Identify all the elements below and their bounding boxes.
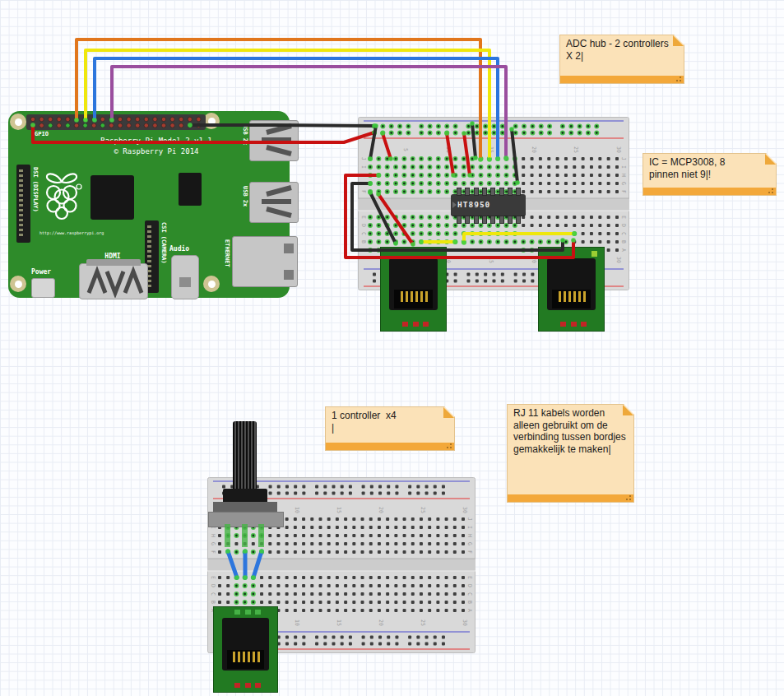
breadboard-hole <box>607 157 610 160</box>
gpio-pin[interactable] <box>83 117 87 121</box>
gpio-pin[interactable] <box>136 117 140 121</box>
breadboard-hole <box>327 550 331 554</box>
gpio-pin[interactable] <box>39 123 44 128</box>
sticky-note-adc-hub[interactable]: ADC hub - 2 controllers X 2| <box>559 35 684 84</box>
gpio-pin[interactable] <box>144 123 148 128</box>
ic-pin <box>457 216 462 224</box>
gpio-pin[interactable] <box>66 123 70 128</box>
breadboard-hole <box>453 248 457 252</box>
gpio-pin[interactable] <box>153 123 157 128</box>
breadboard-hole <box>310 550 313 554</box>
breadboard-hole <box>285 643 289 646</box>
sticky-note-rj11[interactable]: RJ 11 kabels worden alleen gebruikt om d… <box>507 404 634 503</box>
note-text[interactable]: IC = MCP3008, 8 pinnen niet 9|! <box>643 154 774 187</box>
breadboard-hole <box>582 224 585 227</box>
rj11-solder-pad <box>234 683 240 688</box>
gpio-pin[interactable] <box>92 117 96 121</box>
gpio-pin[interactable] <box>161 123 165 128</box>
gpio-pin[interactable] <box>49 117 53 121</box>
note-text[interactable]: RJ 11 kabels worden alleen gebruikt om d… <box>508 405 632 494</box>
potentiometer[interactable] <box>207 420 285 548</box>
gpio-pin[interactable] <box>83 123 87 128</box>
rj11-header-pin <box>245 610 251 615</box>
breadboard-hole <box>582 182 585 185</box>
breadboard-hole <box>361 601 364 604</box>
row-letter: C <box>210 592 216 596</box>
gpio-pin[interactable] <box>127 123 131 128</box>
gpio-pin[interactable] <box>188 117 192 121</box>
breadboard-hole <box>445 601 448 604</box>
breadboard-hole <box>226 584 230 587</box>
gpio-pin[interactable] <box>92 123 96 128</box>
breadboard-hole <box>615 157 619 160</box>
breadboard-hole <box>386 542 389 545</box>
note-text[interactable]: 1 controller x4 | <box>326 407 452 442</box>
note-resize-handle[interactable] <box>680 80 681 81</box>
breadboard-hole <box>369 609 373 612</box>
raspberry-pi-board[interactable]: GPIO Raspberry Pi Model 2 v1.1 © Raspber… <box>8 111 290 298</box>
gpio-pin[interactable] <box>197 117 201 121</box>
breadboard-hole <box>453 534 457 537</box>
breadboard-hole <box>547 224 550 227</box>
note-drag-bar[interactable] <box>326 443 454 450</box>
gpio-pin[interactable] <box>74 117 78 121</box>
gpio-pin[interactable] <box>118 117 122 121</box>
breadboard-hole <box>285 542 289 545</box>
sticky-note-controller[interactable]: 1 controller x4 | <box>325 406 455 451</box>
gpio-pins <box>26 114 206 130</box>
gpio-pin[interactable] <box>100 117 104 121</box>
gpio-pin[interactable] <box>57 123 61 128</box>
gpio-pin[interactable] <box>179 123 183 128</box>
gpio-pin[interactable] <box>161 117 165 121</box>
gpio-pin[interactable] <box>153 117 157 121</box>
rj11-breakout-2[interactable] <box>538 247 605 332</box>
breadboard-hole <box>361 584 364 587</box>
breadboard-hole <box>513 248 517 252</box>
breadboard-hole <box>344 609 347 612</box>
note-resize-handle[interactable] <box>629 499 631 500</box>
gpio-pin[interactable] <box>39 117 44 121</box>
breadboard-hole <box>344 592 347 596</box>
rj11-breakout-3[interactable] <box>213 606 278 693</box>
gpio-pin[interactable] <box>109 117 114 121</box>
breadboard-hole <box>598 174 601 177</box>
gpio-pin[interactable] <box>30 123 35 128</box>
breadboard-hole <box>453 576 457 579</box>
breadboard-hole <box>582 157 585 160</box>
potentiometer-shaft[interactable] <box>233 421 257 497</box>
note-drag-bar[interactable] <box>643 188 776 195</box>
note-resize-handle[interactable] <box>450 447 452 448</box>
gpio-pin[interactable] <box>197 123 201 128</box>
gpio-pin[interactable] <box>74 123 78 128</box>
gpio-pin[interactable] <box>136 123 140 128</box>
sticky-note-ic[interactable]: IC = MCP3008, 8 pinnen niet 9|! <box>643 153 777 196</box>
note-resize-handle[interactable] <box>772 192 773 193</box>
gpio-pin[interactable] <box>144 117 148 121</box>
gpio-pin[interactable] <box>100 123 104 128</box>
breadboard-hole <box>395 636 398 639</box>
gpio-header[interactable] <box>26 114 206 130</box>
breadboard-hole <box>573 174 576 177</box>
gpio-pin[interactable] <box>118 123 122 128</box>
gpio-pin[interactable] <box>127 117 131 121</box>
ic-mcp3008[interactable]: HT8950 <box>451 194 526 216</box>
gpio-pin[interactable] <box>66 117 70 121</box>
gpio-pin[interactable] <box>30 117 35 121</box>
gpio-pin[interactable] <box>170 117 174 121</box>
note-text[interactable]: ADC hub - 2 controllers X 2| <box>560 35 682 75</box>
note-drag-bar[interactable] <box>560 76 684 83</box>
breadboard-hole <box>564 190 568 193</box>
breadboard-hole <box>484 273 487 276</box>
usb-controller-chip <box>179 173 202 206</box>
gpio-pin[interactable] <box>170 123 174 128</box>
gpio-pin[interactable] <box>188 123 192 128</box>
gpio-pin[interactable] <box>49 123 53 128</box>
gpio-pin[interactable] <box>57 117 61 121</box>
note-drag-bar[interactable] <box>508 494 633 502</box>
breadboard-hole <box>395 492 398 495</box>
gpio-pin[interactable] <box>179 117 183 121</box>
breadboard-hole <box>615 240 619 244</box>
column-label: 15 <box>488 257 494 263</box>
gpio-pin[interactable] <box>109 123 114 128</box>
rj11-breakout-1[interactable] <box>380 247 447 332</box>
